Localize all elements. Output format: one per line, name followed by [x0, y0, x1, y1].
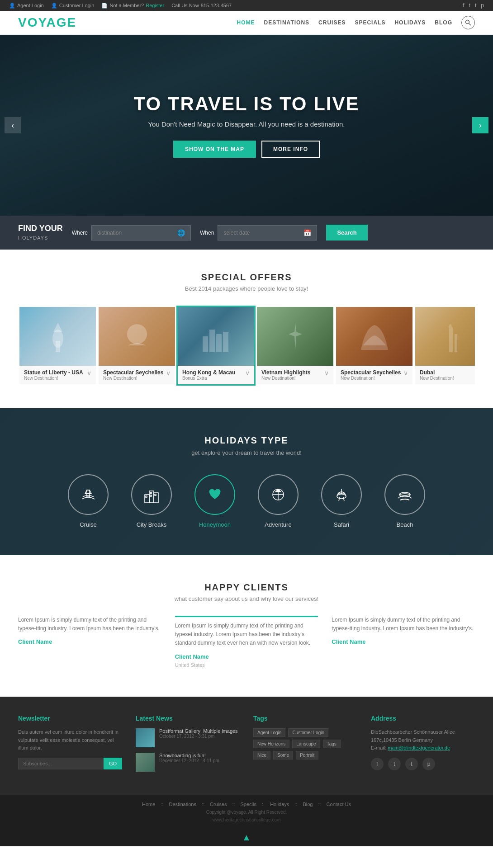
nav-holidays[interactable]: HOLIDAYS — [394, 19, 426, 26]
more-info-button[interactable]: MORE INFO — [261, 141, 320, 158]
hero-subtitle: You Don't Need Magic to Disappear. All y… — [134, 120, 360, 128]
footer-pinterest[interactable]: p — [422, 758, 435, 770]
address-text: DieSachbearbeiter Schönhauser Allee 167c… — [371, 728, 475, 752]
twitter-link[interactable]: t — [469, 2, 470, 9]
honeymoon-label: Honeymoon — [199, 521, 231, 528]
svg-rect-8 — [223, 332, 228, 352]
offer-card-seychelles2[interactable]: Spectacular Seychelles New Destination! … — [335, 306, 414, 386]
tag-portrait[interactable]: Portrait — [296, 751, 318, 760]
offer-image-seychelles2 — [336, 307, 412, 366]
special-offers-section: SPECIAL OFFERS Best 2014 packages where … — [0, 250, 493, 408]
date-input[interactable] — [223, 230, 301, 236]
cruise-icon-circle — [68, 474, 109, 515]
newsletter-title: Newsletter — [18, 715, 122, 722]
show-map-button[interactable]: SHOW ON THE MAP — [173, 141, 256, 158]
adventure-icon-circle — [258, 474, 299, 515]
nav-blog[interactable]: BLOG — [435, 19, 452, 26]
facebook-link[interactable]: f — [463, 2, 464, 9]
offer-tag: New Destination! — [103, 376, 163, 381]
footer-facebook[interactable]: f — [371, 758, 384, 770]
offer-card-vietnam[interactable]: Vietnam Highlights New Destination! ∨ — [256, 306, 335, 386]
news-thumb-1 — [136, 728, 155, 747]
tag-lanscape[interactable]: Lanscape — [292, 740, 320, 748]
register-link[interactable]: 📄 Not a Member? Register — [101, 3, 164, 9]
tag-new-horizons[interactable]: New Horizons — [253, 740, 289, 748]
holiday-adventure[interactable]: Adventure — [258, 474, 299, 528]
holiday-cruise[interactable]: Cruise — [68, 474, 109, 528]
newsletter-input[interactable] — [18, 758, 104, 769]
beach-icon-circle — [384, 474, 425, 515]
client-location-2: United States — [175, 661, 318, 670]
offer-card-seychelles[interactable]: Spectacular Seychelles New Destination! … — [97, 306, 176, 386]
customer-login-link[interactable]: 👤 Customer Login — [51, 3, 95, 9]
search-icon[interactable] — [461, 16, 475, 29]
holiday-safari[interactable]: Safari — [321, 474, 362, 528]
client-name-2: Client Name — [175, 652, 318, 662]
news-title-2: Snowboarding is fun! — [159, 753, 219, 758]
tag-nice[interactable]: Nice — [253, 751, 270, 760]
search-button[interactable]: Search — [326, 225, 367, 241]
holiday-city-breaks[interactable]: City Breaks — [131, 474, 172, 528]
tumblr-link[interactable]: t — [475, 2, 476, 9]
find-your: FIND YOUR — [18, 224, 63, 233]
newsletter-go-button[interactable]: GO — [104, 758, 122, 769]
destination-input[interactable] — [97, 230, 175, 236]
news-item-2[interactable]: Snowboarding is fun! December 12, 2012 -… — [136, 753, 240, 772]
agent-login-link[interactable]: 👤 Agent Login — [9, 3, 44, 9]
footer-main: Newsletter Duis autem vel eum iriure dol… — [0, 697, 493, 795]
destination-input-wrap[interactable]: 🌐 — [91, 225, 191, 241]
nav-home[interactable]: HOME — [237, 19, 255, 26]
offer-card-liberty[interactable]: Statue of Liberty - USA New Destination!… — [18, 306, 97, 386]
tag-agent-login[interactable]: Agent Login — [253, 728, 285, 737]
hero-next-button[interactable]: › — [472, 117, 488, 133]
holiday-honeymoon[interactable]: Honeymoon — [194, 474, 235, 528]
nav-specials[interactable]: SPECIALS — [355, 19, 385, 26]
date-input-wrap[interactable]: 📅 — [218, 225, 317, 241]
footer-twitter[interactable]: t — [388, 758, 401, 770]
footer-link-holidays[interactable]: Holidays — [270, 802, 289, 807]
user2-icon: 👤 — [51, 3, 57, 9]
tag-some[interactable]: Some — [273, 751, 293, 760]
footer-link-specils[interactable]: Specils — [241, 802, 256, 807]
footer-link-home[interactable]: Home — [142, 802, 155, 807]
footer-address: Address DieSachbearbeiter Schönhauser Al… — [371, 715, 475, 777]
cruise-label: Cruise — [80, 521, 97, 528]
news-thumb-2 — [136, 753, 155, 772]
client-name-3: Client Name — [332, 637, 475, 647]
hero-buttons: SHOW ON THE MAP MORE INFO — [134, 141, 360, 158]
footer-link-cruises[interactable]: Cruises — [210, 802, 227, 807]
main-nav: HOME DESTINATIONS CRUISES SPECIALS HOLID… — [237, 16, 475, 29]
footer-link-blog[interactable]: Blog — [303, 802, 313, 807]
svg-point-0 — [466, 20, 469, 24]
newsletter-text: Duis autem vel eum iriure dolor in hendr… — [18, 728, 122, 752]
tag-customer-login[interactable]: Customer Login — [288, 728, 328, 737]
footer-tumblr[interactable]: t — [405, 758, 418, 770]
footer-copyright: Copyright @voyage. All Right Reserved. — [18, 810, 475, 815]
svg-point-26 — [399, 492, 410, 497]
hero-prev-button[interactable]: ‹ — [5, 117, 21, 133]
nav-cruises[interactable]: CRUISES — [318, 19, 346, 26]
footer-link-contact[interactable]: Contact Us — [327, 802, 351, 807]
email-link[interactable]: main@blindtextgenerator.de — [388, 745, 450, 750]
offer-tag: New Destination! — [341, 376, 401, 381]
footer-link-destinations[interactable]: Destinations — [169, 802, 196, 807]
logo[interactable]: VOYAGE — [18, 15, 76, 30]
news-item-1[interactable]: Postformat Gallery: Multiple images Octo… — [136, 728, 240, 747]
offer-card-dubai[interactable]: Dubai New Destination! ∨ — [414, 306, 475, 386]
header: VOYAGE HOME DESTINATIONS CRUISES SPECIAL… — [0, 11, 493, 35]
chevron-down-icon: ∨ — [324, 369, 329, 377]
holidays-label: HOLYDAYS — [18, 235, 48, 241]
offer-card-hongkong[interactable]: Hong Kong & Macau Bonus Extra ∨ — [176, 306, 256, 386]
search-label: FIND YOUR HOLYDAYS — [18, 224, 63, 241]
hero-content: TO TRAVEL IS TO LIVE You Don't Need Magi… — [134, 93, 360, 158]
pinterest-link[interactable]: p — [481, 2, 484, 9]
special-offers-title: SPECIAL OFFERS — [18, 272, 475, 283]
top-bar: 👤 Agent Login 👤 Customer Login 📄 Not a M… — [0, 0, 493, 11]
holiday-beach[interactable]: Beach — [384, 474, 425, 528]
testimonial-3: Lorem Ipsum is simply dummy text of the … — [332, 616, 475, 670]
tag-tags[interactable]: Tags — [323, 740, 341, 748]
scroll-to-top-button[interactable] — [0, 829, 493, 846]
phone-info: Call Us Now 815-123-4567 — [171, 3, 232, 8]
nav-destinations[interactable]: DESTINATIONS — [264, 19, 309, 26]
chevron-down-icon: ∨ — [166, 369, 171, 377]
